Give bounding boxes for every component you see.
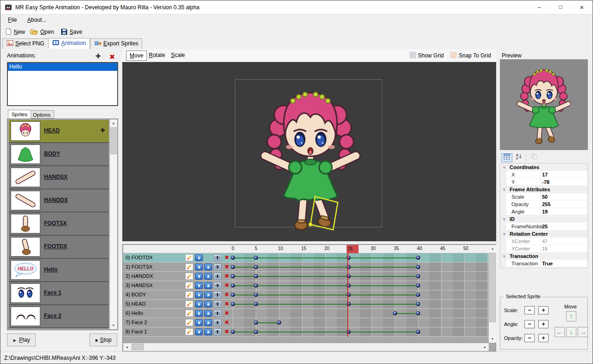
keyframe-dot[interactable] xyxy=(231,293,235,297)
property-row[interactable]: Angle19 xyxy=(500,208,587,215)
keyframe-dot[interactable] xyxy=(416,265,420,269)
scroll-down-icon[interactable]: ▼ xyxy=(489,335,496,343)
delete-layer-icon[interactable]: ✖ xyxy=(223,254,231,261)
maximize-button[interactable]: □ xyxy=(550,0,571,14)
keyframe-dot[interactable] xyxy=(231,256,235,260)
sprite-item-handsx[interactable]: HANDSX xyxy=(9,166,109,189)
visibility-icon[interactable] xyxy=(214,310,221,317)
move-layer-up-icon[interactable]: ∧ xyxy=(204,273,212,280)
move-layer-down-icon[interactable]: ∨ xyxy=(195,264,203,270)
delete-animation-button[interactable]: ✖ xyxy=(106,51,118,63)
playhead[interactable] xyxy=(347,253,348,337)
move-down-button[interactable]: ↓ xyxy=(566,327,576,337)
move-tool-button[interactable]: Move xyxy=(126,50,147,61)
keyframe-dot[interactable] xyxy=(416,311,420,315)
property-row[interactable]: Scale50 xyxy=(500,193,587,201)
scroll-up-icon[interactable]: ▲ xyxy=(110,119,117,127)
sprite-item-face1[interactable]: Face 1 xyxy=(9,282,109,305)
timeline-row[interactable]: 2) HANDDX ∨ ∧ ✖ xyxy=(123,272,489,281)
move-layer-up-icon[interactable]: ∧ xyxy=(204,319,212,326)
move-layer-down-icon[interactable]: ∨ xyxy=(195,282,203,289)
property-category[interactable]: ∨Transaction xyxy=(500,252,587,260)
visibility-icon[interactable] xyxy=(214,254,221,261)
rotate-tool-button[interactable]: Rotate xyxy=(145,50,168,61)
scroll-down-icon[interactable]: ▼ xyxy=(110,322,117,329)
keyframe-dot[interactable] xyxy=(416,330,420,334)
timeline-row[interactable]: 1) FOOTSX ∨ ∧ ✖ xyxy=(123,263,489,272)
property-category[interactable]: ∨ID xyxy=(500,215,587,223)
timeline-ruler[interactable]: 0 5 10 15 20 25 30 35 40 45 50 xyxy=(123,245,489,253)
menu-about[interactable]: About... xyxy=(25,14,49,26)
scroll-up-icon[interactable]: ▲ xyxy=(489,245,496,252)
property-value[interactable]: 17 xyxy=(542,171,548,178)
scroll-left-icon[interactable]: ◄ xyxy=(123,343,131,351)
timeline-track[interactable] xyxy=(231,281,488,290)
visibility-icon[interactable] xyxy=(214,319,221,326)
opacity-decrease-button[interactable]: − xyxy=(524,334,535,342)
edit-keyframe-icon[interactable] xyxy=(185,291,193,298)
visibility-icon[interactable] xyxy=(214,264,221,270)
timeline-row[interactable]: 8) Face 1 ∨ ∧ ✖ xyxy=(123,327,489,337)
collapse-chevron-icon[interactable]: ∨ xyxy=(503,163,506,171)
edit-keyframe-icon[interactable] xyxy=(185,264,193,270)
visibility-icon[interactable] xyxy=(214,273,221,280)
collapse-chevron-icon[interactable]: ∨ xyxy=(503,230,506,238)
scale-increase-button[interactable]: + xyxy=(538,306,549,314)
collapse-chevron-icon[interactable]: ∨ xyxy=(503,215,506,223)
edit-keyframe-icon[interactable] xyxy=(185,310,193,317)
visibility-icon[interactable] xyxy=(214,282,221,289)
keyframe-dot[interactable] xyxy=(254,293,258,297)
keyframe-dot[interactable] xyxy=(254,256,258,260)
property-row[interactable]: Y-78 xyxy=(500,178,587,186)
property-value[interactable]: 255 xyxy=(542,201,550,208)
sprite-item-footsx[interactable]: FOOTSX xyxy=(9,213,109,236)
scroll-thumb[interactable] xyxy=(132,344,144,350)
property-category[interactable]: ∨Coordinates xyxy=(500,163,587,171)
property-row[interactable]: X17 xyxy=(500,171,587,178)
timeline-horizontal-scrollbar[interactable]: ◄ ► xyxy=(123,343,489,351)
menu-file[interactable]: File xyxy=(5,14,19,26)
scroll-thumb[interactable] xyxy=(489,253,496,322)
timeline-row[interactable]: 4) BODY ∨ ∧ ✖ xyxy=(123,290,489,300)
sprite-item-footdx[interactable]: FOOTDX xyxy=(9,236,109,259)
scroll-right-icon[interactable]: ► xyxy=(481,343,489,351)
delete-layer-icon[interactable]: ✖ xyxy=(223,291,231,298)
open-button[interactable]: Open xyxy=(30,26,54,38)
save-button[interactable]: Save xyxy=(61,26,82,38)
move-up-button[interactable]: ↑ xyxy=(566,311,576,321)
property-row[interactable]: Opacity255 xyxy=(500,201,587,208)
delete-layer-icon[interactable]: ✖ xyxy=(223,310,231,317)
move-layer-down-icon[interactable]: ∨ xyxy=(195,328,203,335)
timeline-track[interactable] xyxy=(231,290,488,299)
move-layer-down-icon[interactable]: ∨ xyxy=(195,273,203,280)
keyframe-dot[interactable] xyxy=(254,265,258,269)
property-category[interactable]: ∨Frame Attributes xyxy=(500,186,587,193)
scale-tool-button[interactable]: Scale xyxy=(168,50,188,61)
keyframe-dot[interactable] xyxy=(416,293,420,297)
edit-keyframe-icon[interactable] xyxy=(185,301,193,308)
move-layer-down-icon[interactable]: ∨ xyxy=(195,319,203,326)
sprite-item-face2[interactable]: Face 2 xyxy=(9,305,109,328)
property-row[interactable]: TransactionTrue xyxy=(500,260,587,267)
opacity-increase-button[interactable]: + xyxy=(538,334,549,342)
property-value[interactable]: 25 xyxy=(542,223,548,230)
keyframe-dot[interactable] xyxy=(254,330,258,334)
edit-keyframe-icon[interactable] xyxy=(185,273,193,280)
sprite-item-head[interactable]: HEAD + xyxy=(9,120,109,143)
delete-layer-icon[interactable]: ✖ xyxy=(223,328,231,335)
sprite-item-handdx[interactable]: HANDDX xyxy=(9,189,109,213)
snap-to-grid-toggle[interactable]: Snap To Grid xyxy=(450,51,491,60)
timeline-track[interactable] xyxy=(231,253,488,262)
property-value[interactable]: -78 xyxy=(542,178,549,186)
property-value[interactable]: 50 xyxy=(542,193,548,201)
add-animation-button[interactable]: + xyxy=(92,50,104,63)
move-layer-up-icon[interactable]: ∧ xyxy=(204,301,212,308)
keyframe-dot[interactable] xyxy=(416,274,420,278)
keyframe-dot[interactable] xyxy=(254,302,258,306)
edit-keyframe-icon[interactable] xyxy=(185,328,193,335)
stop-button[interactable]: ■Stop xyxy=(89,333,117,346)
tab-animation[interactable]: Animation xyxy=(48,38,90,49)
scroll-thumb[interactable] xyxy=(110,127,117,154)
collapse-chevron-icon[interactable]: ∨ xyxy=(503,186,506,193)
move-layer-up-icon[interactable]: ∧ xyxy=(204,328,212,335)
